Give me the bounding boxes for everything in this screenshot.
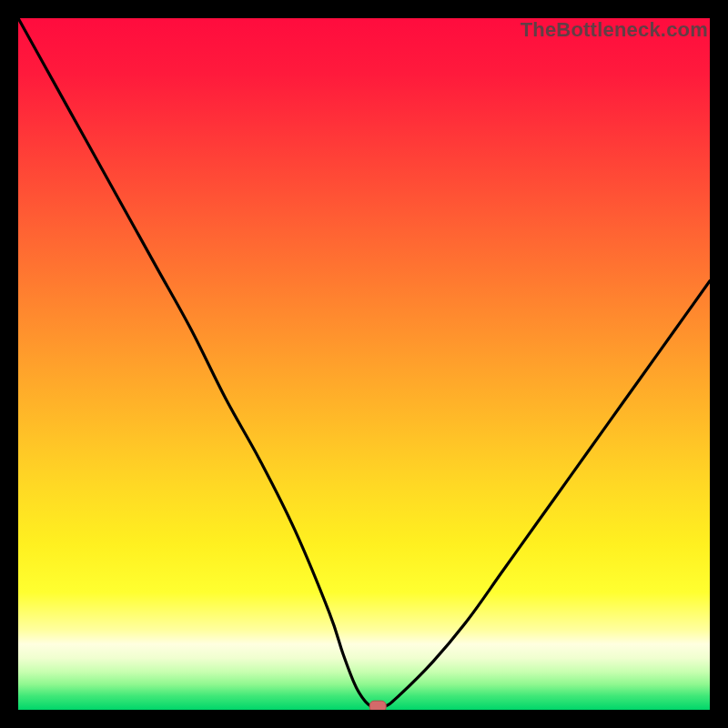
chart-frame: TheBottleneck.com xyxy=(0,0,728,728)
gradient-background xyxy=(18,18,710,710)
watermark-text: TheBottleneck.com xyxy=(521,18,708,42)
bottleneck-curve-chart xyxy=(18,18,710,710)
plot-area: TheBottleneck.com xyxy=(18,18,710,710)
optimal-point-marker xyxy=(369,701,386,710)
